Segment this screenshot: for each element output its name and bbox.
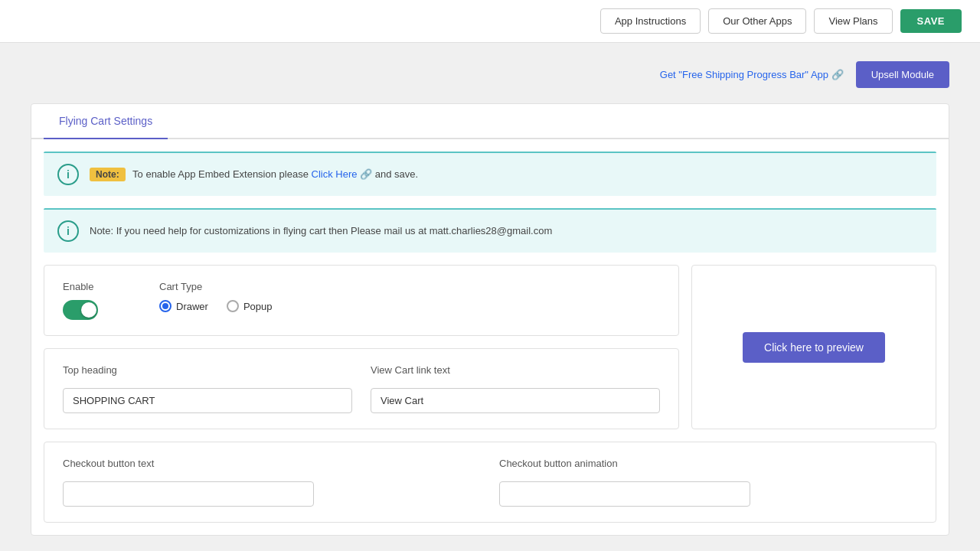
- top-bar: Get "Free Shipping Progress Bar" App 🔗 U…: [31, 61, 949, 88]
- toggle-wrapper: [63, 300, 98, 320]
- fields-row: Top heading View Cart link text: [63, 364, 660, 413]
- toggle-slider[interactable]: [63, 300, 98, 320]
- view-plans-button[interactable]: View Plans: [814, 8, 892, 34]
- checkout-button-animation-label: Checkout button animation: [499, 458, 917, 469]
- checkout-button-text-label: Checkout button text: [63, 458, 481, 469]
- settings-grid: Enable Cart Type: [44, 265, 936, 429]
- save-button[interactable]: SAVE: [900, 9, 962, 33]
- view-cart-link-group: View Cart link text: [371, 364, 660, 413]
- settings-left: Enable Cart Type: [44, 265, 679, 429]
- drawer-radio-option[interactable]: Drawer: [159, 300, 208, 312]
- tab-flying-cart-settings[interactable]: Flying Cart Settings: [44, 104, 168, 139]
- info-icon-2: i: [57, 220, 79, 242]
- enable-toggle[interactable]: [63, 300, 98, 320]
- upsell-module-button[interactable]: Upsell Module: [856, 61, 949, 88]
- other-apps-button[interactable]: Our Other Apps: [708, 8, 806, 34]
- notice-embed-extension: i Note: To enable App Embed Extension pl…: [44, 152, 936, 196]
- view-cart-link-input[interactable]: [371, 388, 660, 413]
- popup-label: Popup: [243, 301, 273, 312]
- notice-1-text: Note: To enable App Embed Extension plea…: [90, 167, 418, 182]
- enable-section: Enable Cart Type: [63, 281, 660, 320]
- enable-field: Enable: [63, 281, 98, 320]
- tab-bar: Flying Cart Settings: [31, 104, 949, 139]
- app-instructions-button[interactable]: App Instructions: [600, 8, 701, 34]
- top-heading-input[interactable]: [63, 388, 352, 413]
- enable-label: Enable: [63, 281, 98, 292]
- notice-customization: i Note: If you need help for customizati…: [44, 208, 936, 253]
- content-area: i Note: To enable App Embed Extension pl…: [31, 152, 949, 523]
- top-heading-group: Top heading: [63, 364, 352, 413]
- checkout-button-text-input[interactable]: [63, 481, 314, 507]
- free-shipping-link[interactable]: Get "Free Shipping Progress Bar" App 🔗: [660, 69, 844, 80]
- checkout-button-animation-group: Checkout button animation: [499, 458, 917, 507]
- checkout-fields: Checkout button text Checkout button ani…: [63, 458, 917, 507]
- notice-2-text: Note: If you need help for customization…: [90, 223, 552, 239]
- cart-type-field: Cart Type Drawer Popup: [159, 281, 273, 312]
- popup-radio-option[interactable]: Popup: [227, 300, 273, 312]
- form-fields-card: Top heading View Cart link text: [44, 348, 679, 429]
- main-content: Get "Free Shipping Progress Bar" App 🔗 U…: [0, 43, 980, 551]
- note-badge-1: Note:: [90, 168, 126, 181]
- top-heading-label: Top heading: [63, 364, 352, 376]
- info-icon-1: i: [57, 164, 79, 185]
- click-here-link[interactable]: Click Here 🔗: [312, 168, 373, 180]
- checkout-button-text-group: Checkout button text: [63, 458, 481, 507]
- popup-radio-btn[interactable]: [227, 300, 239, 312]
- checkout-card: Checkout button text Checkout button ani…: [44, 442, 936, 523]
- view-cart-link-label: View Cart link text: [371, 364, 660, 376]
- drawer-label: Drawer: [176, 301, 208, 312]
- drawer-radio-btn[interactable]: [159, 300, 172, 312]
- header: App Instructions Our Other Apps View Pla…: [0, 0, 980, 43]
- cart-type-radio-group: Drawer Popup: [159, 300, 273, 312]
- preview-button[interactable]: Click here to preview: [743, 332, 885, 363]
- notice-1-after: and save.: [375, 168, 418, 180]
- cart-type-label: Cart Type: [159, 281, 273, 292]
- tab-panel: Flying Cart Settings i Note: To enable A…: [31, 103, 949, 536]
- preview-panel: Click here to preview: [691, 265, 936, 429]
- checkout-button-animation-input[interactable]: [499, 481, 750, 507]
- notice-1-before: To enable App Embed Extension please: [132, 168, 309, 180]
- enable-cart-type-card: Enable Cart Type: [44, 265, 679, 336]
